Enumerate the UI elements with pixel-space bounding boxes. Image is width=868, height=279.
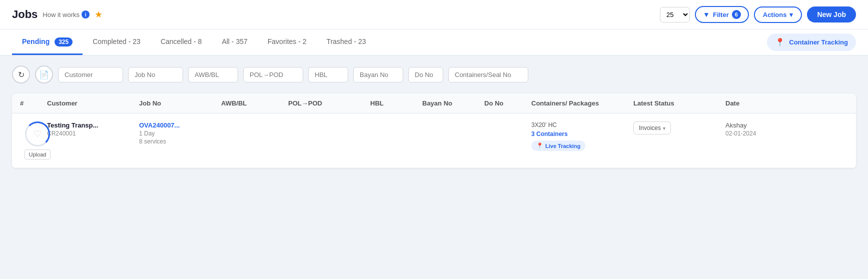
- col-do-no: Do No: [484, 100, 529, 107]
- chevron-down-icon: ▾: [663, 126, 665, 131]
- tab-completed-count: 23: [133, 38, 141, 46]
- info-icon: i: [82, 10, 90, 18]
- how-it-works-label: How it works: [43, 11, 80, 18]
- col-customer: Customer: [47, 100, 137, 107]
- col-awb-bl: AWB/BL: [221, 100, 286, 107]
- actions-button[interactable]: Actions ▾: [754, 6, 802, 23]
- container-type: 3X20' HC: [531, 122, 631, 128]
- page-title: Jobs: [12, 8, 38, 21]
- jobs-table: # Customer Job No AWB/BL POL→POD HBL Bay…: [12, 94, 856, 168]
- tabs-section: Pending 325 Completed - 23 Cancelled - 8…: [0, 30, 868, 56]
- col-bayan-no: Bayan No: [422, 100, 482, 107]
- tab-cancelled-count: 8: [198, 38, 202, 46]
- status-label: Invoices: [639, 124, 661, 132]
- avatar-circle: ♡: [25, 122, 50, 146]
- filter-button[interactable]: ▼ Filter 6: [695, 6, 749, 23]
- job-no-search-input[interactable]: [128, 67, 183, 82]
- live-tracking-button[interactable]: 📍 Live Tracking: [531, 140, 585, 151]
- col-job-no: Job No: [139, 100, 219, 107]
- live-tracking-label: Live Tracking: [545, 143, 580, 149]
- tab-favorites-label: Favorites -: [268, 38, 301, 46]
- col-hbl: HBL: [370, 100, 420, 107]
- new-job-button[interactable]: New Job: [807, 6, 856, 22]
- main-content: ↻ 📄 # Customer Job No AWB/BL POL→POD HBL…: [0, 56, 868, 274]
- status-cell: Invoices ▾: [633, 122, 723, 134]
- chevron-down-icon: ▾: [789, 11, 793, 18]
- tab-trashed-label: Trashed -: [327, 38, 356, 46]
- location-pin-icon: 📍: [536, 142, 543, 149]
- tab-completed[interactable]: Completed - 23: [83, 30, 151, 55]
- refresh-button[interactable]: ↻: [12, 66, 30, 84]
- upload-button[interactable]: Upload: [25, 150, 51, 160]
- export-button[interactable]: 📄: [35, 66, 53, 84]
- col-pol-pod: POL→POD: [288, 100, 368, 107]
- tab-cancelled[interactable]: Cancelled - 8: [151, 30, 212, 55]
- header-right: 25 50 100 ▼ Filter 6 Actions ▾ New Job: [660, 6, 856, 23]
- page-size-select[interactable]: 25 50 100: [660, 7, 690, 22]
- customer-cell: Testing Transp... CR240001: [47, 122, 137, 137]
- favorite-star-icon[interactable]: ★: [95, 9, 103, 20]
- actions-label: Actions: [763, 11, 787, 18]
- header: Jobs How it works i ★ 25 50 100 ▼ Filter…: [0, 0, 868, 30]
- tab-pending[interactable]: Pending 325: [12, 30, 83, 55]
- tab-trashed[interactable]: Trashed - 23: [317, 30, 376, 55]
- tab-cancelled-label: Cancelled -: [161, 38, 196, 46]
- job-services: 8 services: [139, 138, 219, 145]
- date-value: 02-01-2024: [725, 130, 795, 137]
- location-icon: 📍: [775, 38, 785, 47]
- customer-search-input[interactable]: [58, 67, 123, 82]
- table-header: # Customer Job No AWB/BL POL→POD HBL Bay…: [12, 94, 856, 114]
- tab-all-label: All -: [222, 38, 234, 46]
- tab-trashed-count: 23: [358, 38, 366, 46]
- customer-name: Testing Transp...: [47, 122, 137, 129]
- tab-pending-label: Pending: [22, 38, 50, 46]
- col-containers: Containers/ Packages: [531, 100, 631, 107]
- tab-favorites-count: 2: [303, 38, 307, 46]
- awb-bl-search-input[interactable]: [188, 67, 238, 82]
- job-no-cell: OVA240007... 1 Day 8 services: [139, 122, 219, 145]
- job-days: 1 Day: [139, 130, 219, 137]
- tab-completed-label: Completed -: [93, 38, 131, 46]
- date-cell: Akshay 02-01-2024: [725, 122, 795, 137]
- containers-cell: 3X20' HC 3 Containers 📍 Live Tracking: [531, 122, 631, 151]
- search-toolbar: ↻ 📄: [12, 66, 856, 84]
- containers-count-link[interactable]: 3 Containers: [531, 130, 631, 138]
- tabs-list: Pending 325 Completed - 23 Cancelled - 8…: [12, 30, 376, 55]
- header-left: Jobs How it works i ★: [12, 8, 103, 21]
- containers-search-input[interactable]: [448, 67, 528, 82]
- heart-icon: ♡: [34, 128, 42, 140]
- job-number[interactable]: OVA240007...: [139, 122, 219, 129]
- col-number: #: [20, 100, 45, 107]
- how-it-works-link[interactable]: How it works i: [43, 10, 90, 18]
- tab-all-count: 357: [236, 38, 247, 46]
- filter-count: 6: [732, 10, 741, 19]
- hbl-search-input[interactable]: [308, 67, 348, 82]
- table-row: ♡ Upload Testing Transp... CR240001 OVA2…: [12, 114, 856, 168]
- pol-pod-search-input[interactable]: [243, 67, 303, 82]
- tab-pending-badge: 325: [55, 38, 73, 46]
- col-date: Date: [725, 100, 795, 107]
- tab-all[interactable]: All - 357: [212, 30, 257, 55]
- bayan-no-search-input[interactable]: [353, 67, 403, 82]
- date-person: Akshay: [725, 122, 795, 129]
- filter-icon: ▼: [703, 10, 710, 18]
- container-tracking-label: Container Tracking: [789, 38, 848, 46]
- status-badge[interactable]: Invoices ▾: [633, 122, 671, 134]
- tab-favorites[interactable]: Favorites - 2: [258, 30, 317, 55]
- filter-label: Filter: [713, 11, 729, 18]
- container-tracking-button[interactable]: 📍 Container Tracking: [767, 34, 856, 51]
- col-status: Latest Status: [633, 100, 723, 107]
- do-no-search-input[interactable]: [408, 67, 443, 82]
- customer-ref: CR240001: [47, 130, 137, 137]
